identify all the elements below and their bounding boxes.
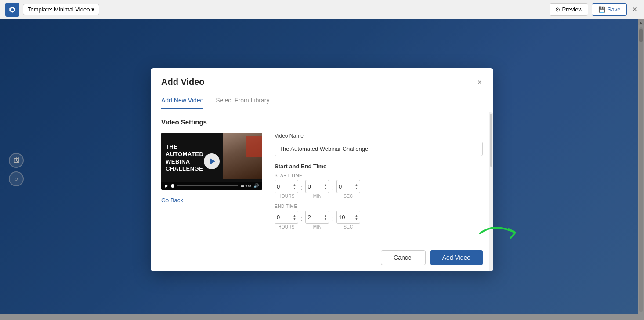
time-colon-1: : — [301, 184, 303, 192]
end-min-value: 2 — [308, 214, 311, 221]
canvas-area: 🖼 ○ ▲ ▼ Add Video × — [0, 19, 644, 320]
end-sec-label: SEC — [344, 225, 353, 229]
start-hours-value: 0 — [277, 183, 280, 190]
template-label: Template: Minimal Video — [28, 6, 90, 13]
app-logo — [5, 3, 19, 17]
preview-icon: ⊙ — [555, 6, 560, 13]
top-bar: Template: Minimal Video ▾ ⊙ Preview 💾 Sa… — [0, 0, 644, 19]
end-min-input[interactable]: 2 ▲ ▼ — [305, 211, 329, 224]
time-section-label: Start and End Time — [275, 163, 483, 170]
end-hours-input[interactable]: 0 ▲ ▼ — [275, 211, 298, 224]
start-sec-input[interactable]: 0 ▲ ▼ — [336, 180, 360, 193]
add-video-button[interactable]: Add Video — [430, 250, 483, 265]
start-sec-down[interactable]: ▼ — [355, 187, 358, 190]
save-icon: 💾 — [598, 6, 605, 13]
end-hours-group: 0 ▲ ▼ HOURS — [275, 211, 298, 229]
time-colon-2: : — [332, 184, 333, 192]
time-colon-3: : — [301, 215, 303, 222]
save-button[interactable]: 💾 Save — [592, 3, 627, 16]
end-time-label: END TIME — [275, 204, 483, 209]
modal-scrollbar[interactable] — [489, 112, 493, 271]
end-sec-spinners: ▲ ▼ — [355, 214, 358, 221]
cancel-button[interactable]: Cancel — [381, 250, 426, 265]
start-sec-label: SEC — [344, 194, 353, 199]
start-hours-down[interactable]: ▼ — [293, 187, 296, 190]
top-bar-right: ⊙ Preview 💾 Save × — [550, 3, 639, 16]
video-name-label: Video Name — [275, 133, 483, 139]
start-hours-input[interactable]: 0 ▲ ▼ — [275, 180, 298, 193]
end-min-label: MIN — [313, 225, 322, 229]
video-thumbnail: THEAUTOMATEDWEBINACHALLENGE — [161, 133, 262, 190]
start-hours-up[interactable]: ▲ — [293, 183, 296, 186]
end-min-up[interactable]: ▲ — [324, 214, 327, 217]
time-code-label: 00:00 — [241, 184, 251, 188]
modal-header: Add Video × — [151, 68, 493, 87]
start-hours-group: 0 ▲ ▼ HOURS — [275, 180, 298, 199]
end-sec-value: 10 — [339, 214, 345, 221]
video-decoration-box — [246, 136, 262, 157]
go-back-link[interactable]: Go Back — [161, 197, 183, 204]
start-min-down[interactable]: ▼ — [324, 187, 327, 190]
start-hours-label: HOURS — [278, 194, 295, 199]
end-sec-down[interactable]: ▼ — [355, 218, 358, 221]
progress-dot — [171, 184, 174, 188]
play-small-icon[interactable]: ▶ — [165, 183, 168, 188]
start-min-up[interactable]: ▲ — [324, 183, 327, 186]
volume-icon[interactable]: 🔊 — [253, 183, 259, 188]
video-controls-bar: ▶ 00:00 🔊 — [161, 182, 262, 190]
end-hours-label: HOURS — [278, 225, 295, 229]
start-sec-spinners: ▲ ▼ — [355, 183, 358, 190]
section-title: Video Settings — [161, 118, 483, 126]
play-button[interactable] — [204, 153, 220, 169]
modal-body: Video Settings THEAUTOMATEDWEBINACHALLEN… — [151, 109, 493, 244]
end-min-group: 2 ▲ ▼ MIN — [305, 211, 329, 229]
progress-bar[interactable] — [177, 185, 238, 186]
end-hours-spinners: ▲ ▼ — [293, 214, 296, 221]
end-min-down[interactable]: ▼ — [324, 218, 327, 221]
add-video-modal: Add Video × Add New Video Select From Li… — [151, 68, 493, 271]
modal-title: Add Video — [161, 77, 205, 87]
video-settings-col: Video Name Start and End Time START TIME — [275, 133, 483, 235]
video-name-input[interactable] — [275, 142, 483, 156]
modal-close-button[interactable]: × — [476, 77, 483, 87]
template-selector[interactable]: Template: Minimal Video ▾ — [23, 4, 99, 15]
start-time-label: START TIME — [275, 173, 483, 178]
start-sec-group: 0 ▲ ▼ SEC — [336, 180, 360, 199]
preview-label: Preview — [562, 6, 582, 13]
app-close-button[interactable]: × — [630, 3, 639, 16]
end-hours-up[interactable]: ▲ — [293, 214, 296, 217]
modal-footer: Cancel Add Video — [151, 244, 493, 271]
start-time-row: 0 ▲ ▼ HOURS : — [275, 180, 483, 199]
start-hours-spinners: ▲ ▼ — [293, 183, 296, 190]
video-settings-layout: THEAUTOMATEDWEBINACHALLENGE — [161, 133, 483, 235]
end-time-row: 0 ▲ ▼ HOURS : — [275, 211, 483, 229]
save-label: Save — [608, 6, 621, 13]
start-sec-value: 0 — [339, 183, 342, 190]
end-min-spinners: ▲ ▼ — [324, 214, 327, 221]
app-shell: Template: Minimal Video ▾ ⊙ Preview 💾 Sa… — [0, 0, 644, 320]
start-min-group: 0 ▲ ▼ MIN — [305, 180, 329, 199]
preview-button[interactable]: ⊙ Preview — [550, 3, 588, 16]
video-preview-col: THEAUTOMATEDWEBINACHALLENGE — [161, 133, 262, 235]
template-arrow-icon: ▾ — [91, 6, 94, 13]
modal-scroll-thumb[interactable] — [490, 114, 492, 167]
start-min-input[interactable]: 0 ▲ ▼ — [305, 180, 329, 193]
tab-add-new-video[interactable]: Add New Video — [161, 92, 203, 109]
end-hours-down[interactable]: ▼ — [293, 218, 296, 221]
modal-tabs: Add New Video Select From Library — [151, 92, 493, 109]
start-min-value: 0 — [308, 183, 311, 190]
end-sec-input[interactable]: 10 ▲ ▼ — [336, 211, 360, 224]
time-section: Start and End Time START TIME 0 ▲ — [275, 163, 483, 229]
end-sec-group: 10 ▲ ▼ SEC — [336, 211, 360, 229]
modal-overlay: Add Video × Add New Video Select From Li… — [0, 19, 644, 320]
time-colon-4: : — [332, 215, 333, 222]
tab-select-from-library[interactable]: Select From Library — [216, 92, 269, 109]
end-sec-up[interactable]: ▲ — [355, 214, 358, 217]
end-hours-value: 0 — [277, 214, 280, 221]
start-min-label: MIN — [313, 194, 322, 199]
start-sec-up[interactable]: ▲ — [355, 183, 358, 186]
start-min-spinners: ▲ ▼ — [324, 183, 327, 190]
